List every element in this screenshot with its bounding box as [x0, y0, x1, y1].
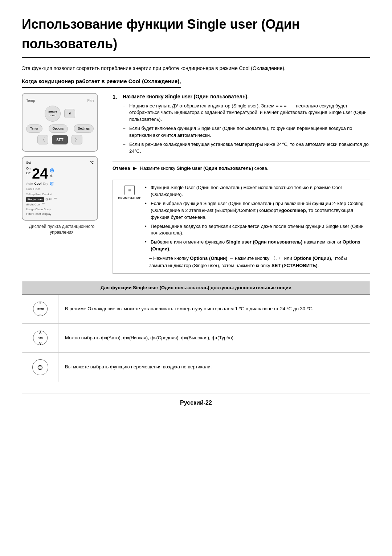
set-label: Set [26, 160, 31, 165]
cancel-text: Нажмите кнопку Single user (Один пользов… [140, 165, 268, 172]
temp-text: В режиме Охлаждение вы можете устанавлив… [58, 295, 370, 323]
bullet-1: – На дисплее пульта ДУ отобразится индик… [123, 103, 370, 123]
cancel-label: Отмена [113, 165, 130, 172]
bullet-list: – На дисплее пульта ДУ отобразится индик… [123, 103, 370, 155]
temp-icon[interactable]: + Temp − [33, 302, 48, 316]
fan-icon-cell: ∧ Fan ∨ [22, 324, 58, 352]
display-single-user: Single user [26, 197, 44, 202]
bullet-dash-3: – [123, 141, 127, 155]
mode-fan-icon: 🌀 [50, 181, 54, 187]
bullet-dash-1: – [123, 103, 127, 123]
remote-caption: Дисплей пульта дистанционного управления [22, 224, 102, 236]
unit-label: ℃ [90, 160, 94, 165]
options-row-temp: + Temp − В режиме Охлаждение вы можете у… [22, 295, 370, 324]
page-footer: Русский-22 [22, 393, 370, 407]
note-header: ≡ ПРИМЕЧАНИЕ Функция Single User (Один п… [118, 184, 365, 269]
mode-auto: Auto [26, 181, 33, 187]
temp-label: Temp [26, 98, 35, 103]
mode-fan: Fan [26, 187, 32, 192]
set-btn[interactable]: SET [52, 135, 68, 144]
on-label: On [26, 166, 30, 171]
display-usage: Usage Clean Beep [26, 207, 50, 212]
display-row1: 2-Step Fast Comfort [26, 192, 52, 197]
temp-icon-cell: + Temp − [22, 295, 58, 323]
step-title: Нажмите кнопку Single user (Один пользов… [123, 93, 370, 101]
fan-icon[interactable]: ∧ Fan ∨ [33, 331, 48, 345]
note-content: Функция Single User (Один пользователь) … [145, 184, 365, 269]
step-num: 1. [113, 93, 119, 157]
options-table: Для функции Single user (Один пользовате… [22, 281, 370, 382]
section-heading: Когда кондиционер работает в режиме Cool… [22, 77, 181, 88]
bullet-3: – Если в режиме охлаждения текущая устан… [123, 141, 370, 155]
remote-display: Set ℃ On Off 24 🌀❄ Auto Cool Dry 🌀 Fan H… [22, 156, 98, 221]
main-content: Temp Fan Singleuser ∨ Timer Options Sett… [22, 93, 370, 274]
single-user-btn[interactable]: Singleuser [45, 106, 61, 122]
steps-list: 1. Нажмите кнопку Single user (Один поль… [113, 93, 370, 157]
step-1: 1. Нажмите кнопку Single user (Один поль… [113, 93, 370, 157]
note-text-2: Если выбрана функция Single user (Один п… [151, 200, 365, 221]
fan-text: Можно выбрать фа (Авто), фн (Низкая), фс… [58, 324, 370, 352]
note-text-1: Функция Single User (Один пользователь) … [151, 184, 365, 198]
display-dlight: d'light Cool [26, 203, 40, 207]
note-item-4: Выберите или отмените функцию Single use… [145, 239, 365, 253]
note-text-4: Выберите или отмените функцию Single use… [151, 239, 365, 253]
display-filter: Filter Reset Display [26, 212, 51, 216]
bullet-text-2: Если будет включена функция Single user … [129, 125, 370, 139]
cancel-arrow: ▶ [133, 164, 137, 172]
mode-cool: Cool [34, 181, 42, 187]
airflow-text: Вы можете выбрать функцию перемещения во… [58, 353, 370, 382]
temperature-display: 24 [32, 166, 48, 181]
right-arrow-btn[interactable]: 〉 [72, 135, 82, 144]
note-item-2: Если выбрана функция Single user (Один п… [145, 200, 365, 221]
note-label: ПРИМЕЧАНИЕ [118, 196, 141, 201]
bullet-text-3: Если в режиме охлаждения текущая установ… [129, 141, 370, 155]
right-column: 1. Нажмите кнопку Single user (Один поль… [113, 93, 370, 274]
page-title: Использование функции Single user (Один … [22, 15, 370, 58]
options-table-header: Для функции Single user (Один пользовате… [22, 281, 370, 295]
left-arrow-btn[interactable]: 〈 [37, 135, 48, 144]
bullet-2: – Если будет включена функция Single use… [123, 125, 370, 139]
intro-text: Эта функция позволит сократить потреблен… [22, 65, 370, 72]
note-text-3: Перемещение воздуха по вертикали сохраня… [151, 223, 365, 237]
cancel-row: Отмена ▶ Нажмите кнопку Single user (Оди… [113, 161, 370, 175]
mode-heat: Heat [33, 187, 40, 192]
mode-dry: Dry [43, 181, 48, 187]
options-row-airflow: ⊜ Вы можете выбрать функцию перемещения … [22, 353, 370, 382]
bullet-dash-2: – [123, 125, 127, 139]
timer-btn[interactable]: Timer [26, 124, 42, 133]
note-icon: ≡ [124, 185, 135, 195]
fan-label: Fan [87, 98, 94, 103]
note-item-1: Функция Single User (Один пользователь) … [145, 184, 365, 198]
note-box: ≡ ПРИМЕЧАНИЕ Функция Single User (Один п… [113, 180, 370, 274]
airflow-icon-cell: ⊜ [22, 353, 58, 382]
off-label: Off [26, 171, 30, 176]
airflow-icon[interactable]: ⊜ [32, 359, 48, 375]
left-column: Temp Fan Singleuser ∨ Timer Options Sett… [22, 93, 102, 274]
display-quiet: Quiet [45, 197, 52, 202]
fan-down-btn[interactable]: ∨ [64, 109, 75, 118]
remote-top: Temp Fan Singleuser ∨ Timer Options Sett… [22, 93, 98, 152]
options-row-fan: ∧ Fan ∨ Можно выбрать фа (Авто), фн (Низ… [22, 324, 370, 353]
settings-btn[interactable]: Settings [74, 124, 94, 133]
bullet-text-1: На дисплее пульта ДУ отобразится индикат… [129, 103, 370, 123]
step-content: Нажмите кнопку Single user (Один пользов… [123, 93, 370, 157]
note-subbullet: – Нажмите кнопку Options (Опции) → нажми… [145, 255, 365, 269]
note-item-3: Перемещение воздуха по вертикали сохраня… [145, 223, 365, 237]
options-btn[interactable]: Options [49, 124, 68, 133]
